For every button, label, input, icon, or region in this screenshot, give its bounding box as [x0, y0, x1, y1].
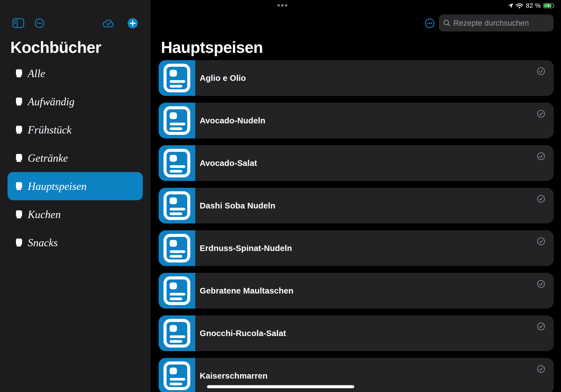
check-circle-icon[interactable] [537, 280, 545, 288]
page-title: Hauptspeisen [161, 38, 263, 56]
sidebar-toggle-icon[interactable] [12, 18, 24, 28]
search-input[interactable] [453, 18, 549, 28]
sidebar-item-snacks[interactable]: Snacks [8, 229, 143, 257]
recipe-title: Gebratene Maultaschen [195, 273, 293, 309]
sidebar-item-getränke[interactable]: Getränke [8, 144, 143, 172]
home-indicator[interactable] [207, 385, 354, 388]
sidebar-item-kuchen[interactable]: Kuchen [8, 200, 143, 229]
recipe-card-icon [159, 273, 195, 309]
sidebar-item-label: Aufwändig [28, 95, 75, 108]
multitask-indicator[interactable] [278, 4, 287, 7]
book-icon [16, 98, 22, 106]
add-button[interactable] [128, 18, 138, 28]
sidebar-item-alle[interactable]: Alle [8, 59, 143, 87]
sidebar-item-aufwändig[interactable]: Aufwändig [8, 87, 143, 116]
battery-charging-icon [543, 3, 555, 9]
recipe-card-icon [159, 316, 195, 351]
sidebar: Kochbücher Alle Aufwändig Frühstück [0, 0, 151, 392]
check-circle-icon[interactable] [537, 322, 545, 330]
recipe-title: Gnocchi-Rucola-Salat [195, 316, 286, 351]
sidebar-item-label: Hauptspeisen [28, 180, 86, 193]
app-screen: 82 % [0, 0, 561, 392]
recipe-list: Aglio e Olio Avocado-Nudeln [159, 60, 554, 392]
book-icon [16, 210, 22, 218]
recipe-row[interactable]: Gebratene Maultaschen [159, 273, 554, 309]
book-icon [16, 239, 22, 247]
recipe-card-icon [159, 145, 195, 181]
main-more-circle-icon[interactable] [424, 18, 435, 28]
check-circle-icon[interactable] [537, 365, 545, 373]
recipe-title: Avocado-Salat [195, 145, 257, 181]
sidebar-item-label: Alle [28, 67, 45, 80]
recipe-row[interactable]: Avocado-Nudeln [159, 103, 554, 138]
check-circle-icon[interactable] [537, 237, 545, 245]
sidebar-item-hauptspeisen[interactable]: Hauptspeisen [8, 172, 143, 200]
wifi-icon [516, 3, 523, 9]
battery-percent: 82 % [526, 2, 541, 9]
check-circle-icon[interactable] [537, 67, 545, 75]
recipe-title: Aglio e Olio [195, 60, 246, 96]
search-field[interactable] [439, 15, 553, 32]
more-circle-icon[interactable] [34, 18, 45, 28]
location-arrow-icon [508, 3, 513, 9]
book-icon [16, 69, 22, 77]
recipe-title: Erdnuss-Spinat-Nudeln [195, 230, 292, 266]
recipe-row[interactable]: Dashi Soba Nudeln [159, 188, 554, 224]
recipe-title: Dashi Soba Nudeln [195, 188, 275, 224]
recipe-row[interactable]: Aglio e Olio [159, 60, 554, 96]
recipe-title: Avocado-Nudeln [195, 103, 265, 138]
book-icon [16, 182, 22, 190]
sidebar-item-label: Snacks [28, 236, 58, 249]
check-circle-icon[interactable] [537, 110, 545, 118]
book-icon [16, 154, 22, 162]
recipe-card-icon [159, 103, 195, 138]
sidebar-item-list: Alle Aufwändig Frühstück Getränke [0, 59, 151, 257]
check-circle-icon[interactable] [537, 195, 545, 203]
recipe-row[interactable]: Erdnuss-Spinat-Nudeln [159, 230, 554, 266]
recipe-card-icon [159, 60, 195, 96]
sidebar-item-label: Getränke [28, 152, 68, 164]
recipe-row[interactable]: Gnocchi-Rucola-Salat [159, 316, 554, 351]
sidebar-item-frühstück[interactable]: Frühstück [8, 116, 143, 144]
sidebar-item-label: Kuchen [28, 208, 61, 221]
recipe-card-icon [159, 188, 195, 224]
search-icon [443, 19, 451, 27]
sidebar-item-label: Frühstück [28, 124, 72, 136]
book-icon [16, 126, 22, 134]
cloud-check-icon[interactable] [102, 19, 115, 28]
recipe-card-icon [159, 230, 195, 266]
sidebar-title: Kochbücher [10, 38, 101, 56]
recipe-row[interactable]: Avocado-Salat [159, 145, 554, 181]
recipe-card-icon [159, 358, 195, 392]
check-circle-icon[interactable] [537, 152, 545, 160]
status-bar: 82 % [508, 2, 555, 10]
